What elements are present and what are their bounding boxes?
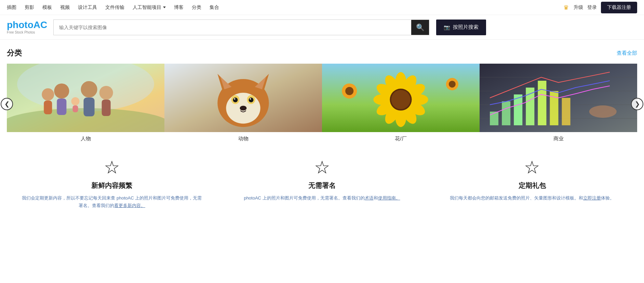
categories-title: 分类 (7, 48, 22, 58)
svg-point-26 (240, 106, 246, 111)
nav-categories[interactable]: 分类 (192, 4, 201, 11)
login-button[interactable]: 登录 (587, 4, 597, 11)
svg-rect-55 (538, 81, 546, 125)
category-item-people: 人物 (7, 64, 164, 142)
svg-point-31 (449, 81, 456, 88)
category-image-business (480, 64, 637, 132)
feature-desc-noncredit: photoAC 上的照片和图片可免费使用，无需署名。查看我们的术语和使用指南。 (244, 194, 400, 202)
feature-item-fresh: ☆ 新鲜内容频繁 我们会定期更新内容，所以不要忘记每天回来查 photoAC 上… (7, 158, 217, 209)
category-item-flowers: 花/厂 (322, 64, 480, 142)
features-section: ☆ 新鲜内容频繁 我们会定期更新内容，所以不要忘记每天回来查 photoAC 上… (7, 158, 637, 220)
nav-ai-projects[interactable]: 人工智能项目 (133, 4, 166, 11)
star-icon-fresh: ☆ (104, 158, 120, 176)
category-list: 人物 (7, 64, 637, 142)
svg-rect-6 (57, 99, 66, 115)
svg-point-58 (589, 105, 617, 118)
star-icon-noncredit: ☆ (314, 158, 330, 176)
category-label-animals: 动物 (238, 136, 249, 142)
feature-title-noncredit: 无需署名 (308, 181, 336, 190)
category-label-people: 人物 (81, 136, 91, 142)
feature-desc-fresh: 我们会定期更新内容，所以不要忘记每天回来查 photoAC 上的照片和图片可免费… (21, 194, 203, 209)
nav-blog[interactable]: 博客 (174, 4, 184, 11)
category-image-flowers (322, 64, 480, 132)
camera-icon: 📷 (444, 24, 450, 30)
download-register-button[interactable]: 下载器注册 (601, 2, 637, 13)
feature-title-fresh: 新鲜内容频繁 (91, 181, 132, 190)
carousel-next-button[interactable]: ❯ (631, 98, 643, 110)
svg-rect-4 (44, 101, 52, 114)
photo-search-button[interactable]: 📷 按照片搜索 (436, 20, 486, 35)
header: photoAC Free Stock Photos 🔍 📷 按照片搜索 (0, 15, 644, 40)
logo-text: photoAC (7, 20, 48, 30)
logo-photo: photo (7, 20, 33, 30)
photo-search-label: 按照片搜索 (453, 24, 479, 30)
search-button[interactable]: 🔍 (411, 20, 429, 35)
svg-rect-52 (502, 101, 510, 125)
svg-rect-10 (83, 98, 94, 116)
main-content: 分类 查看全部 ❮ (0, 40, 644, 220)
svg-rect-54 (526, 88, 534, 125)
carousel-prev-button[interactable]: ❮ (1, 98, 13, 110)
logo: photoAC Free Stock Photos (7, 20, 48, 34)
svg-point-3 (42, 88, 54, 101)
category-label-business: 商业 (553, 136, 564, 142)
search-input[interactable] (54, 20, 411, 35)
nav-silhouette[interactable]: 剪影 (25, 4, 34, 11)
view-more-link[interactable]: 看更多新内容。 (114, 203, 145, 208)
svg-point-23 (249, 98, 254, 102)
svg-rect-8 (72, 105, 78, 112)
nav-insert[interactable]: 插图 (7, 4, 16, 11)
svg-point-5 (54, 83, 69, 99)
svg-point-25 (250, 98, 251, 100)
register-link[interactable]: 立即注册 (583, 195, 601, 201)
guide-link[interactable]: 使用指南。 (378, 195, 400, 201)
nav-template[interactable]: 模板 (42, 4, 52, 11)
feature-title-package: 定期礼包 (519, 181, 546, 190)
logo-sub: Free Stock Photos (7, 30, 48, 34)
search-icon: 🔍 (416, 23, 425, 31)
category-item-animals: 动物 (164, 64, 322, 142)
category-image-animals (164, 64, 322, 132)
top-nav-right: ♛ 升级 登录 下载器注册 (563, 2, 637, 13)
svg-point-7 (71, 97, 79, 105)
nav-video[interactable]: 视频 (60, 4, 70, 11)
feature-item-nocredit: ☆ 无需署名 photoAC 上的照片和图片可免费使用，无需署名。查看我们的术语… (217, 158, 427, 209)
chevron-down-icon (163, 7, 166, 8)
svg-point-11 (99, 86, 113, 100)
svg-point-29 (345, 87, 353, 95)
nav-collection[interactable]: 集合 (210, 4, 219, 11)
terms-link[interactable]: 术语 (365, 195, 374, 201)
view-all-link[interactable]: 查看全部 (617, 50, 637, 56)
categories-section-header: 分类 查看全部 (7, 48, 637, 58)
svg-point-24 (234, 98, 235, 100)
svg-point-22 (233, 98, 238, 102)
star-icon-package: ☆ (524, 158, 540, 176)
nav-file-transfer[interactable]: 文件传输 (105, 4, 124, 11)
svg-rect-57 (562, 98, 571, 125)
feature-item-package: ☆ 定期礼包 我们每天都会向您的邮箱发送免费的照片、矢量图形和设计模板。和立即注… (427, 158, 637, 209)
category-item-business: 商业 (480, 64, 637, 142)
nav-design-tools[interactable]: 设计工具 (78, 4, 97, 11)
logo-ac: AC (33, 20, 47, 30)
category-label-flowers: 花/厂 (395, 136, 406, 142)
crown-icon: ♛ (563, 4, 569, 11)
upgrade-button[interactable]: 升级 (574, 4, 583, 11)
svg-rect-12 (102, 100, 111, 116)
category-image-people (7, 64, 164, 132)
search-bar: 🔍 (53, 20, 429, 35)
svg-point-9 (81, 81, 97, 98)
top-nav: 插图 剪影 模板 视频 设计工具 文件传输 人工智能项目 博客 分类 集合 ♛ … (0, 0, 644, 15)
category-carousel: ❮ (7, 64, 637, 142)
feature-desc-package: 我们每天都会向您的邮箱发送免费的照片、矢量图形和设计模板。和立即注册体验。 (450, 194, 614, 202)
svg-point-45 (391, 90, 410, 109)
